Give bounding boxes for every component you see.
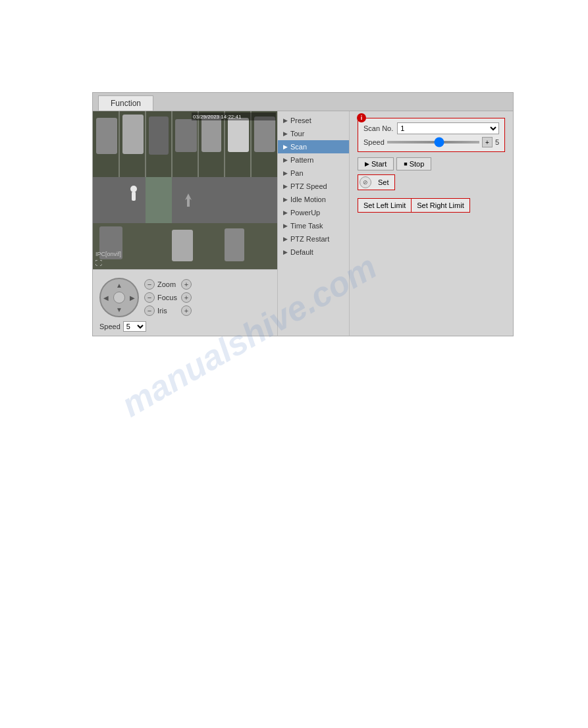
- menu-arrow-powerup: ▶: [283, 209, 288, 216]
- content-area: 03/29/2023 14:22:41 ⛶ IPC[onvif] ▲ ▼ ◀ ▶: [93, 111, 513, 336]
- zoom-focus-iris: − Zoom + − Focus + − Iris +: [144, 279, 192, 316]
- svg-rect-19: [225, 228, 244, 261]
- speed-row: Speed 5 1234 678: [99, 321, 271, 332]
- speed-slider-row: Speed + 5: [363, 137, 499, 147]
- right-panel: i Scan No. 1 234 Speed + 5: [350, 111, 513, 336]
- menu-arrow-idle-motion: ▶: [283, 196, 288, 203]
- focus-minus-btn[interactable]: −: [144, 292, 155, 303]
- main-container: Function: [92, 92, 514, 336]
- menu-arrow-default: ▶: [283, 249, 288, 255]
- menu-label-ptz-restart: PTZ Restart: [290, 235, 329, 243]
- svg-rect-13: [175, 119, 197, 152]
- menu-item-pattern[interactable]: ▶ Pattern: [278, 153, 349, 167]
- zoom-label: Zoom: [157, 280, 178, 288]
- scan-section: i Scan No. 1 234 Speed + 5: [358, 118, 505, 152]
- menu-label-default: Default: [290, 248, 313, 256]
- ptz-down-arrow[interactable]: ▼: [116, 306, 122, 313]
- menu-arrow-preset: ▶: [283, 117, 288, 124]
- set-row: ⊘ Set: [358, 174, 505, 194]
- focus-plus-btn[interactable]: +: [181, 292, 192, 303]
- menu-arrow-tour: ▶: [283, 130, 288, 137]
- svg-rect-16: [254, 117, 275, 152]
- ptz-up-arrow[interactable]: ▲: [116, 282, 122, 289]
- parking-lot: 03/29/2023 14:22:41: [93, 111, 277, 269]
- speed-slider[interactable]: [387, 141, 479, 143]
- function-tab-label[interactable]: Function: [98, 95, 153, 111]
- focus-row: − Focus +: [144, 292, 192, 303]
- set-left-limit-button[interactable]: Set Left Limit: [358, 198, 411, 213]
- menu-arrow-pan: ▶: [283, 170, 288, 176]
- zoom-minus-btn[interactable]: −: [144, 279, 155, 290]
- play-icon: ▶: [365, 161, 369, 167]
- iris-row: − Iris +: [144, 305, 192, 316]
- iris-minus-btn[interactable]: −: [144, 305, 155, 316]
- stop-button[interactable]: ■ Stop: [396, 157, 431, 170]
- menu-label-idle-motion: Idle Motion: [290, 195, 326, 203]
- set-right-limit-button[interactable]: Set Right Limit: [411, 198, 470, 213]
- zoom-row: − Zoom +: [144, 279, 192, 290]
- svg-rect-15: [228, 118, 249, 152]
- menu-label-pan: Pan: [290, 169, 304, 177]
- menu-item-default[interactable]: ▶ Default: [278, 246, 349, 259]
- menu-item-preset[interactable]: ▶ Preset: [278, 114, 349, 127]
- function-tab: Function: [93, 93, 513, 111]
- ptz-right-arrow[interactable]: ▶: [130, 294, 135, 301]
- set-section: ⊘ Set: [358, 174, 395, 190]
- start-button[interactable]: ▶ Start: [358, 157, 394, 170]
- info-icon: i: [357, 113, 366, 122]
- scan-no-label: Scan No.: [363, 124, 393, 132]
- iris-label: Iris: [157, 307, 178, 315]
- camera-svg: 03/29/2023 14:22:41: [93, 111, 277, 269]
- menu-arrow-scan: ▶: [283, 143, 288, 150]
- menu-label-ptz-speed: PTZ Speed: [290, 182, 327, 190]
- svg-rect-21: [132, 192, 136, 201]
- set-button[interactable]: Set: [373, 176, 394, 188]
- fullscreen-icon[interactable]: ⛶: [95, 259, 102, 267]
- menu-label-scan: Scan: [290, 143, 307, 151]
- menu-item-ptz-restart[interactable]: ▶ PTZ Restart: [278, 232, 349, 246]
- channel-label: IPC[onvif]: [95, 251, 121, 257]
- speed-label: Speed: [99, 323, 120, 330]
- menu-item-scan[interactable]: ▶ Scan: [278, 140, 349, 153]
- menu-arrow-ptz-restart: ▶: [283, 236, 288, 242]
- ptz-center: [113, 292, 125, 303]
- scan-speed-label: Speed: [363, 138, 385, 146]
- zoom-plus-btn[interactable]: +: [181, 279, 192, 290]
- ptz-left-arrow[interactable]: ◀: [103, 294, 109, 301]
- svg-rect-22: [146, 177, 172, 223]
- menu-item-idle-motion[interactable]: ▶ Idle Motion: [278, 193, 349, 206]
- speed-plus-btn[interactable]: +: [482, 137, 493, 147]
- menu-item-ptz-speed[interactable]: ▶ PTZ Speed: [278, 180, 349, 193]
- svg-rect-14: [201, 115, 221, 152]
- limit-btn-row: Set Left Limit Set Right Limit: [358, 198, 505, 213]
- menu-item-tour[interactable]: ▶ Tour: [278, 127, 349, 140]
- menu-label-time-task: Time Task: [290, 222, 323, 230]
- menu-arrow-time-task: ▶: [283, 222, 288, 229]
- menu-item-pan[interactable]: ▶ Pan: [278, 167, 349, 180]
- speed-select[interactable]: 5 1234 678: [123, 321, 146, 332]
- left-section: 03/29/2023 14:22:41 ⛶ IPC[onvif] ▲ ▼ ◀ ▶: [93, 111, 277, 336]
- camera-feed: 03/29/2023 14:22:41 ⛶ IPC[onvif]: [93, 111, 277, 269]
- svg-rect-11: [122, 115, 144, 154]
- iris-plus-btn[interactable]: +: [181, 305, 192, 316]
- svg-text:03/29/2023 14:22:41: 03/29/2023 14:22:41: [193, 114, 242, 120]
- svg-rect-18: [172, 230, 193, 261]
- menu-arrow-ptz-speed: ▶: [283, 183, 288, 190]
- focus-label: Focus: [157, 294, 178, 301]
- menu-label-preset: Preset: [290, 117, 311, 124]
- start-stop-row: ▶ Start ■ Stop: [358, 157, 505, 170]
- menu-item-time-task[interactable]: ▶ Time Task: [278, 219, 349, 232]
- menu-label-powerup: PowerUp: [290, 209, 320, 217]
- svg-rect-12: [149, 117, 169, 155]
- menu-arrow-pattern: ▶: [283, 157, 288, 163]
- stop-label: Stop: [410, 160, 425, 168]
- menu-label-tour: Tour: [290, 130, 304, 138]
- set-circle-icon: ⊘: [360, 176, 371, 188]
- scan-no-select[interactable]: 1 234: [397, 122, 499, 134]
- ptz-row: ▲ ▼ ◀ ▶ − Zoom + −: [99, 278, 271, 317]
- stop-icon: ■: [404, 161, 407, 167]
- menu-item-powerup[interactable]: ▶ PowerUp: [278, 206, 349, 219]
- ptz-controls: ▲ ▼ ◀ ▶ − Zoom + −: [93, 269, 277, 336]
- svg-point-20: [130, 186, 137, 192]
- ptz-joystick[interactable]: ▲ ▼ ◀ ▶: [99, 278, 139, 317]
